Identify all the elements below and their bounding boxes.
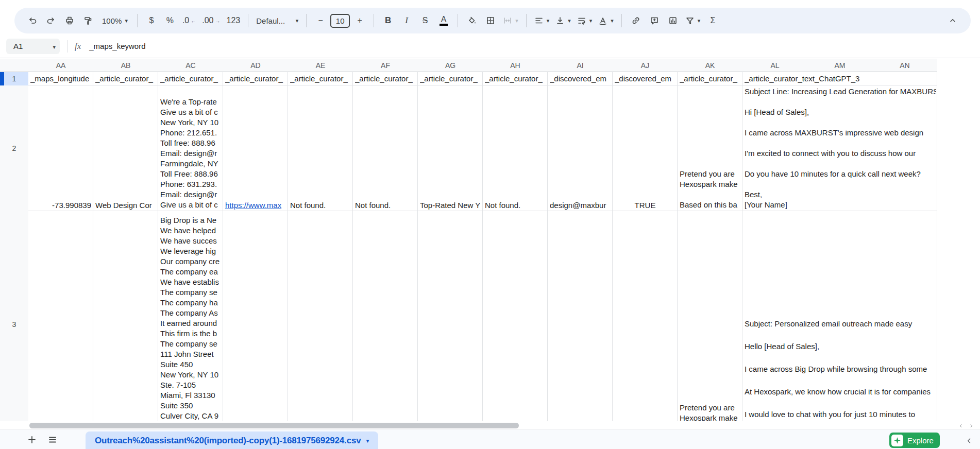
cell-AL3[interactable]: Subject: Personalized email outreach mad…: [745, 318, 936, 421]
cell-AJ2[interactable]: TRUE: [613, 200, 678, 211]
decrease-decimals-button[interactable]: .0: [180, 12, 198, 29]
cell-AD2[interactable]: https://www.max: [225, 200, 286, 211]
cell-AB1[interactable]: _article_curator_: [95, 72, 156, 85]
all-sheets-button[interactable]: [42, 431, 63, 448]
format-percent-button[interactable]: %: [161, 12, 179, 29]
cell-link[interactable]: https://www.max: [225, 201, 281, 210]
sheet-tab-caret[interactable]: ▾: [366, 437, 369, 444]
column-header-AF[interactable]: AF: [353, 59, 418, 72]
formula-input[interactable]: _maps_keyword: [89, 42, 145, 50]
sheet-tab-active[interactable]: Outreach%20assistant%20(imported)-copy(1…: [86, 431, 378, 449]
cell-AJ1[interactable]: _discovered_em: [615, 72, 675, 85]
merge-cells-icon: [503, 16, 512, 25]
strikethrough-button[interactable]: S: [416, 12, 434, 29]
text-wrap-button[interactable]: [575, 12, 595, 29]
cell-AK2[interactable]: Pretend you are Hexospark make Based on …: [680, 169, 741, 210]
cell-AA1[interactable]: _maps_longitude: [30, 72, 91, 85]
insert-link-button[interactable]: [627, 12, 645, 29]
column-header-AE[interactable]: AE: [288, 59, 353, 72]
toolbar-separator: [248, 14, 248, 27]
cell-AL2[interactable]: Subject Line: Increasing Lead Generation…: [745, 87, 936, 210]
cell-AH2[interactable]: Not found.: [485, 200, 546, 211]
cell-AK1[interactable]: _article_curator_: [680, 72, 740, 85]
cell-AG1[interactable]: _article_curator_: [420, 72, 481, 85]
format-currency-button[interactable]: $: [143, 12, 160, 29]
cell-AF2[interactable]: Not found.: [355, 200, 416, 211]
collapse-toolbar-button[interactable]: [944, 12, 961, 29]
text-color-button[interactable]: A: [435, 12, 452, 29]
column-header-AB[interactable]: AB: [93, 59, 158, 72]
column-header-AH[interactable]: AH: [483, 59, 548, 72]
add-sheet-button[interactable]: [22, 431, 42, 448]
redo-icon: [46, 16, 56, 25]
undo-button[interactable]: [24, 12, 41, 29]
name-box[interactable]: A1: [6, 39, 60, 54]
cell-AB2[interactable]: Web Design Cor: [95, 200, 156, 211]
column-header-AC[interactable]: AC: [158, 59, 223, 72]
cell-AA2[interactable]: -73.990839: [28, 200, 91, 211]
cell-AK3[interactable]: Pretend you are Hexospark make: [680, 403, 741, 421]
cell-AC2[interactable]: We're a Top-rate Give us a bit of c New …: [160, 97, 222, 210]
column-header-AJ[interactable]: AJ: [613, 59, 678, 72]
redo-button[interactable]: [42, 12, 60, 29]
horizontal-scrollbar: [0, 421, 980, 429]
column-header-AM[interactable]: AM: [807, 59, 872, 72]
functions-button[interactable]: Σ: [704, 12, 721, 29]
borders-button[interactable]: [482, 12, 499, 29]
text-rotation-button[interactable]: [596, 12, 616, 29]
horizontal-align-button[interactable]: [532, 12, 552, 29]
row-header-3[interactable]: 3: [0, 211, 28, 421]
merge-cells-button[interactable]: [500, 12, 521, 29]
sheet-grid[interactable]: AA AB AC AD AE AF AG AH AI AJ AK AL AM A…: [0, 59, 980, 421]
cell-AI2[interactable]: design@maxbur: [550, 200, 611, 211]
cell-AC1[interactable]: _article_curator_: [160, 72, 221, 85]
cell-AI1[interactable]: _discovered_em: [550, 72, 611, 85]
paint-format-button[interactable]: [79, 12, 97, 29]
insert-comment-button[interactable]: [646, 12, 663, 29]
percent-label: %: [166, 16, 174, 25]
print-button[interactable]: [61, 12, 78, 29]
cell-AF1[interactable]: _article_curator_: [355, 72, 416, 85]
cell-AG2[interactable]: Top-Rated New Y: [420, 200, 481, 211]
minus-label: −: [318, 16, 323, 25]
column-header-AI[interactable]: AI: [548, 59, 613, 72]
scroll-right-button[interactable]: [967, 422, 975, 429]
more-formats-button[interactable]: 123: [224, 12, 243, 29]
cell-AC3[interactable]: Big Drop is a Ne We have helped We have …: [160, 215, 222, 421]
decrease-font-size-button[interactable]: −: [312, 12, 329, 29]
column-header-AN[interactable]: AN: [872, 59, 937, 72]
increase-decimals-button[interactable]: .00: [199, 12, 223, 29]
column-header-AK[interactable]: AK: [678, 59, 742, 72]
bold-button[interactable]: B: [379, 12, 397, 29]
borders-icon: [486, 16, 495, 25]
column-header-AD[interactable]: AD: [223, 59, 288, 72]
column-header-AL[interactable]: AL: [742, 59, 807, 72]
zoom-select[interactable]: 100%: [98, 12, 132, 29]
fill-color-button[interactable]: [463, 12, 481, 29]
collapse-panel-button[interactable]: [962, 434, 976, 447]
font-select[interactable]: Defaul...: [254, 12, 301, 29]
italic-button[interactable]: I: [398, 12, 415, 29]
cell-AD1[interactable]: _article_curator_: [225, 72, 286, 85]
row-header-1[interactable]: 1: [0, 72, 28, 85]
column-header-AG[interactable]: AG: [418, 59, 483, 72]
vertical-align-button[interactable]: [553, 12, 573, 29]
column-header-AA[interactable]: AA: [28, 59, 93, 72]
increase-font-size-button[interactable]: +: [351, 12, 368, 29]
horizontal-scrollbar-thumb[interactable]: [29, 423, 519, 428]
cell-AH1[interactable]: _article_curator_: [485, 72, 546, 85]
row-header-2[interactable]: 2: [0, 85, 28, 211]
insert-chart-button[interactable]: [664, 12, 682, 29]
align-left-icon: [534, 16, 544, 25]
select-all-corner[interactable]: [0, 59, 28, 72]
cell-AE1[interactable]: _article_curator_: [290, 72, 351, 85]
text-color-icon: A: [440, 15, 448, 26]
font-size-input[interactable]: 10: [330, 14, 350, 28]
align-bottom-icon: [555, 16, 565, 25]
cell-AL1[interactable]: _article_curator_text_ChatGPT_3: [745, 72, 937, 85]
sheet-tab-name: Outreach%20assistant%20(imported)-copy(1…: [95, 436, 361, 446]
filter-button[interactable]: [683, 12, 703, 29]
cell-AE2[interactable]: Not found.: [290, 200, 351, 211]
explore-button[interactable]: Explore: [889, 433, 940, 448]
scroll-left-button[interactable]: [956, 422, 965, 429]
